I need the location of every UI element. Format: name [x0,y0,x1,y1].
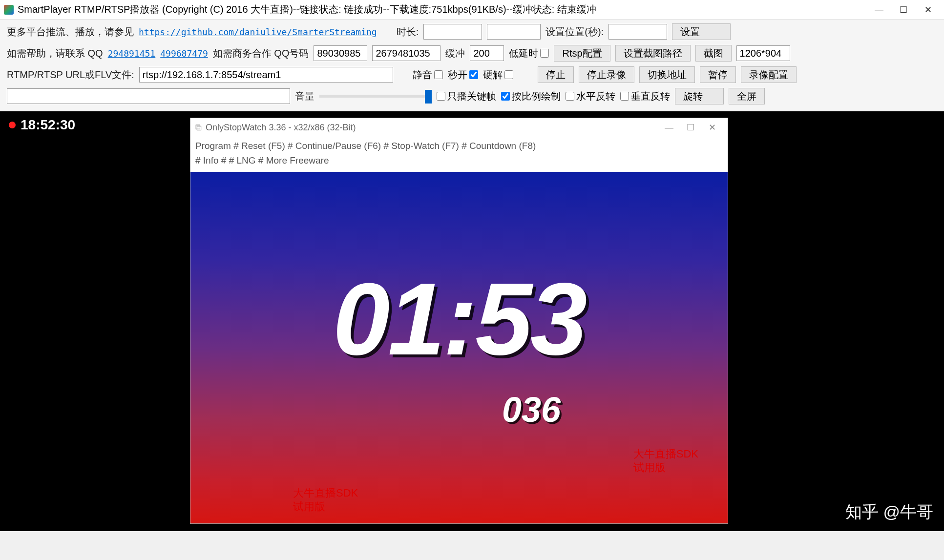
duration-input[interactable] [423,24,482,40]
scale-draw-checkbox[interactable]: 按比例绘制 [501,90,561,103]
stopwatch-main-time: 01:53 [333,260,585,378]
keyframe-only-checkbox[interactable]: 只播关键帧 [437,90,496,103]
screenshot-path-button[interactable]: 设置截图路径 [615,45,691,62]
row-url: RTMP/RTSP URL或FLV文件: 静音 秒开 硬解 停止 停止录像 切换… [7,66,937,83]
zhihu-watermark: 知乎 @牛哥 [845,501,933,523]
recording-indicator: 18:52:30 [9,117,75,133]
more-platforms-label: 更多平台推流、播放，请参见 [7,25,134,39]
recording-time: 18:52:30 [21,117,75,133]
volume-thumb[interactable] [425,90,432,104]
qq-link-2[interactable]: 499687479 [160,48,208,59]
stream-content: ⧉ OnlyStopWatch 3.36 - x32/x86 (32-Bit) … [190,118,728,523]
set-position-label: 设置位置(秒): [545,25,604,39]
buffer-input[interactable] [470,45,504,61]
qq-link-1[interactable]: 294891451 [108,48,156,59]
stop-button[interactable]: 停止 [538,66,574,83]
screenshot-button[interactable]: 截图 [695,45,732,62]
rotate-button[interactable]: 旋转 [675,88,724,104]
inner-menu-line2: # Info # # LNG # More Freeware [195,153,723,168]
mute-checkbox[interactable]: 静音 [413,68,443,82]
low-latency-checkbox[interactable]: 低延时 [509,47,549,60]
titlebar: SmartPlayer RTMP/RTSP播放器 (Copyright (C) … [0,0,944,20]
row-volume: 音量 只播关键帧 按比例绘制 水平反转 垂直反转 旋转 全屏 [7,88,937,104]
minimize-button[interactable]: — [867,0,891,20]
volume-label: 音量 [295,90,315,103]
hw-decode-checkbox[interactable]: 硬解 [483,68,513,82]
inner-menu: Program # Reset (F5) # Continue/Pause (F… [190,137,728,172]
position-display[interactable] [487,24,541,40]
vflip-checkbox[interactable]: 垂直反转 [620,90,670,103]
inner-minimize-icon: — [658,123,680,133]
extra-input[interactable] [7,88,290,104]
pause-button[interactable]: 暂停 [700,66,736,83]
inner-titlebar: ⧉ OnlyStopWatch 3.36 - x32/x86 (32-Bit) … [190,118,728,137]
record-dot-icon [9,122,16,128]
stopwatch-body: 01:53 036 大牛直播SDK 试用版 大牛直播SDK 试用版 [190,172,728,523]
toolbar: 更多平台推流、播放，请参见 https://github.com/daniuli… [0,20,944,111]
help-label: 如需帮助，请联系 QQ [7,47,103,60]
video-area: 18:52:30 ⧉ OnlyStopWatch 3.36 - x32/x86 … [0,111,944,531]
inner-app-icon: ⧉ [195,123,202,133]
close-button[interactable]: ✕ [916,0,940,20]
rtsp-config-button[interactable]: Rtsp配置 [554,45,610,62]
watermark-2: 大牛直播SDK 试用版 [633,447,698,475]
biz-qq-input-1[interactable] [314,45,367,61]
biz-qq-input-2[interactable] [372,45,441,61]
set-button[interactable]: 设置 [672,23,731,40]
biz-label: 如需商务合作 QQ号码 [213,47,309,60]
inner-maximize-icon: ☐ [680,122,701,133]
github-link[interactable]: https://github.com/daniulive/SmarterStre… [139,27,377,37]
url-label: RTMP/RTSP URL或FLV文件: [7,68,134,82]
row-links: 更多平台推流、播放，请参见 https://github.com/daniuli… [7,23,937,40]
volume-slider[interactable] [319,95,432,98]
fullscreen-button[interactable]: 全屏 [729,88,765,104]
stopwatch-sub-time: 036 [502,390,561,430]
resolution-display[interactable] [736,45,790,61]
stop-record-button[interactable]: 停止录像 [579,66,634,83]
maximize-button[interactable]: ☐ [891,0,916,20]
watermark-1: 大牛直播SDK 试用版 [293,486,358,514]
window-title: SmartPlayer RTMP/RTSP播放器 (Copyright (C) … [18,3,867,16]
duration-label: 时长: [397,25,419,39]
inner-close-icon: ✕ [701,122,723,133]
switch-address-button[interactable]: 切换地址 [639,66,695,83]
buffer-label: 缓冲 [445,47,465,60]
app-icon [4,5,14,15]
inner-title: OnlyStopWatch 3.36 - x32/x86 (32-Bit) [206,123,356,133]
row-contact: 如需帮助，请联系 QQ 294891451 499687479 如需商务合作 Q… [7,45,937,62]
fast-open-checkbox[interactable]: 秒开 [448,68,478,82]
inner-menu-line1: Program # Reset (F5) # Continue/Pause (F… [195,139,723,153]
record-config-button[interactable]: 录像配置 [741,66,797,83]
hflip-checkbox[interactable]: 水平反转 [566,90,615,103]
url-input[interactable] [139,67,393,83]
set-position-input[interactable] [608,24,667,40]
